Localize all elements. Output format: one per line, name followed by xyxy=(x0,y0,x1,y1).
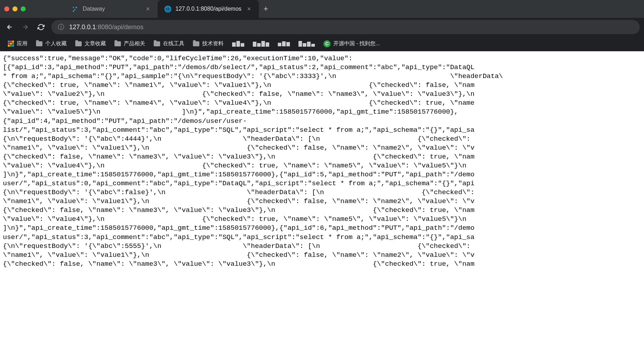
arrow-left-icon xyxy=(6,24,13,31)
forward-button[interactable] xyxy=(20,22,31,32)
new-tab-button[interactable]: + xyxy=(259,0,273,18)
back-button[interactable] xyxy=(4,22,15,32)
address-bar[interactable]: ⓘ 127.0.0.1:8080/api/demos xyxy=(51,20,640,34)
window-titlebar: Dataway × 🌐 127.0.0.1:8080/api/demos × + xyxy=(0,0,644,18)
window-maximize-button[interactable] xyxy=(21,6,26,11)
url-display: 127.0.0.1:8080/api/demos xyxy=(69,24,633,31)
bookmark-oschina[interactable]: C 开源中国 - 找到您... xyxy=(320,38,384,50)
tab-strip: Dataway × 🌐 127.0.0.1:8080/api/demos × + xyxy=(65,0,273,18)
bookmark-label: 产品相关 xyxy=(124,40,145,47)
close-tab-icon[interactable]: × xyxy=(246,5,252,14)
bookmark-pixelated-1[interactable] xyxy=(229,39,248,49)
window-close-button[interactable] xyxy=(4,6,9,11)
apps-grid-icon xyxy=(8,41,14,47)
pixelated-icon xyxy=(298,41,315,47)
reload-icon xyxy=(37,24,45,31)
bookmark-label: 开源中国 - 找到您... xyxy=(333,40,380,47)
window-minimize-button[interactable] xyxy=(12,6,17,11)
reload-button[interactable] xyxy=(36,22,46,32)
apps-button[interactable]: 应用 xyxy=(4,38,31,49)
close-tab-icon[interactable]: × xyxy=(144,5,151,14)
folder-icon xyxy=(75,41,82,46)
url-path: :8080/api/demos xyxy=(96,24,143,31)
site-info-icon[interactable]: ⓘ xyxy=(58,23,64,31)
bookmark-pixelated-4[interactable] xyxy=(295,39,318,49)
tab-title: Dataway xyxy=(83,6,140,12)
dataway-favicon-icon xyxy=(71,5,78,12)
bookmark-folder-tools[interactable]: 在线工具 xyxy=(150,38,188,49)
globe-icon: 🌐 xyxy=(164,5,171,12)
folder-icon xyxy=(36,41,42,46)
tab-title: 127.0.0.1:8080/api/demos xyxy=(175,6,241,12)
tab-api-demos[interactable]: 🌐 127.0.0.1:8080/api/demos × xyxy=(158,0,259,18)
bookmark-label: 文章收藏 xyxy=(85,40,106,47)
folder-icon xyxy=(154,41,160,46)
url-host: 127.0.0.1 xyxy=(69,24,96,31)
bookmarks-bar: 应用 个人收藏 文章收藏 产品相关 在线工具 技术资料 xyxy=(0,36,644,51)
folder-icon xyxy=(193,41,199,46)
tab-dataway[interactable]: Dataway × xyxy=(65,0,158,18)
bookmark-folder-personal[interactable]: 个人收藏 xyxy=(32,38,70,49)
page-json-content[interactable]: {"success":true,"message":"OK","code":0,… xyxy=(0,51,644,271)
bookmark-pixelated-2[interactable] xyxy=(249,39,273,49)
bookmark-label: 个人收藏 xyxy=(45,40,67,47)
bookmark-folder-products[interactable]: 产品相关 xyxy=(111,38,149,49)
folder-icon xyxy=(114,41,121,46)
arrow-right-icon xyxy=(22,24,29,31)
bookmark-label: 在线工具 xyxy=(163,40,184,47)
bookmark-folder-articles[interactable]: 文章收藏 xyxy=(72,38,109,49)
oschina-icon: C xyxy=(323,40,331,47)
bookmark-label: 技术资料 xyxy=(202,40,224,47)
window-controls xyxy=(4,6,26,11)
bookmark-folder-tech[interactable]: 技术资料 xyxy=(189,38,227,49)
pixelated-icon xyxy=(278,41,290,46)
browser-navbar: ⓘ 127.0.0.1:8080/api/demos xyxy=(0,18,644,36)
pixelated-icon xyxy=(232,41,244,47)
bookmark-pixelated-3[interactable] xyxy=(274,39,293,48)
apps-label: 应用 xyxy=(17,40,27,47)
pixelated-icon xyxy=(253,41,269,47)
